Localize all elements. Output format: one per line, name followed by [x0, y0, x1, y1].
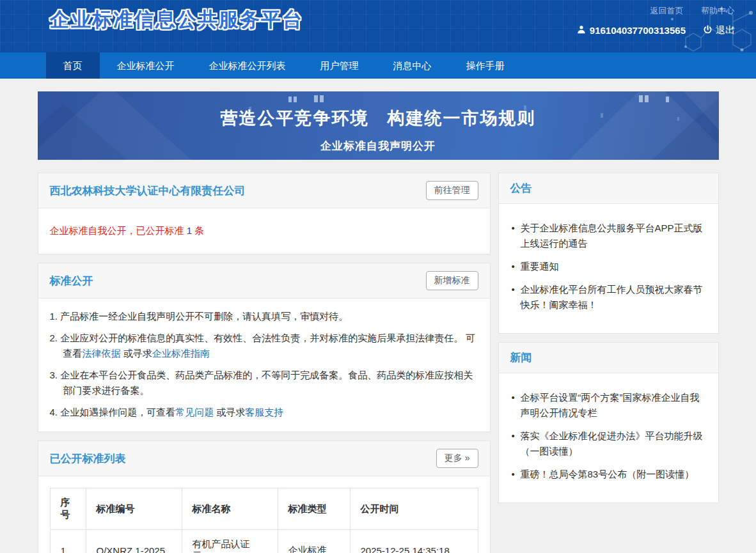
power-icon	[703, 25, 713, 36]
notice-text: 3. 企业在本平台公开食品类、药品类产品标准的，不等同于完成备案。食品、药品类的…	[50, 370, 473, 396]
news-body: 企标平台设置“两个方案”国家标准企业自我声明公开情况专栏落实《企业标准化促进办法…	[499, 373, 718, 502]
left-column: 西北农林科技大学认证中心有限责任公司 前往管理 企业标准自我公开，已公开标准 1…	[38, 173, 491, 553]
announcements-title: 公告	[510, 181, 532, 196]
news-list: 企标平台设置“两个方案”国家标准企业自我声明公开情况专栏落实《企业标准化促进办法…	[510, 390, 707, 482]
nav-item-3[interactable]: 企业标准公开列表	[192, 52, 303, 79]
notice-2: 2. 企业应对公开的标准信息的真实性、有效性、合法性负责，并对标准的实施后果承担…	[50, 331, 478, 361]
legal-basis-link[interactable]: 法律依据	[83, 348, 121, 359]
user-icon	[577, 25, 586, 36]
back-home-link[interactable]: 返回首页	[650, 6, 683, 15]
disclosure-title: 标准公开	[50, 274, 93, 288]
disclosure-card-header: 标准公开 新增标准	[38, 263, 490, 299]
table-header-cell: 标准类型	[278, 488, 350, 530]
table-row[interactable]: 1Q/XNRZ 1-2025有机产品认证示...企业标准2025-12-25 1…	[50, 530, 478, 553]
disclosure-notices: 1. 产品标准一经企业自我声明公开不可删除，请认真填写，审慎对待。2. 企业应对…	[38, 299, 490, 432]
main-nav: 首页企业标准公开企业标准公开列表用户管理消息中心操作手册	[0, 52, 756, 79]
more-button[interactable]: 更多 »	[436, 449, 478, 468]
add-standard-button[interactable]: 新增标准	[426, 271, 478, 290]
logout-button[interactable]: 退出	[700, 24, 735, 36]
announcement-item-3[interactable]: 企业标准化平台所有工作人员预祝大家春节快乐！阖家幸福！	[510, 282, 707, 313]
news-card: 新闻 企标平台设置“两个方案”国家标准企业自我声明公开情况专栏落实《企业标准化促…	[498, 342, 719, 503]
page: 企业标准信息公共服务平台 返回首页 帮助中心 91610403770031356…	[0, 0, 756, 553]
standard-disclosure-card: 标准公开 新增标准 1. 产品标准一经企业自我声明公开不可删除，请认真填写，审慎…	[38, 263, 491, 432]
notice-text: 或寻求	[121, 348, 152, 359]
table-header-cell: 公开时间	[350, 488, 478, 530]
company-status: 企业标准自我公开，已公开标准 1 条	[38, 208, 490, 254]
banner-title: 营造公平竞争环境 构建统一市场规则	[38, 91, 719, 130]
table-cell: 1	[50, 530, 86, 553]
platform-logo: 企业标准信息公共服务平台	[50, 6, 303, 33]
news-item-1[interactable]: 企标平台设置“两个方案”国家标准企业自我声明公开情况专栏	[510, 390, 707, 421]
standards-table: 序号标准编号标准名称标准类型公开时间 1Q/XNRZ 1-2025有机产品认证示…	[50, 488, 478, 553]
news-item-3[interactable]: 重磅！总局令第83号公布（附一图读懂）	[510, 467, 707, 482]
news-item-2[interactable]: 落实《企业标准化促进办法》平台功能升级（一图读懂）	[510, 428, 707, 459]
user-id: 916104037700313565	[590, 25, 686, 36]
announcements-list: 关于企业标准信息公共服务平台APP正式版上线运行的通告重要通知企业标准化平台所有…	[510, 221, 707, 313]
notice-1: 1. 产品标准一经企业自我声明公开不可删除，请认真填写，审慎对待。	[50, 309, 478, 324]
top-header: 企业标准信息公共服务平台 返回首页 帮助中心 91610403770031356…	[0, 0, 756, 52]
published-title: 已公开标准列表	[50, 451, 126, 466]
top-links: 返回首页 帮助中心	[634, 5, 734, 17]
banner-subtitle: 企业标准自我声明公开	[38, 139, 719, 153]
table-header-cell: 序号	[50, 488, 86, 530]
published-standards-card: 已公开标准列表 更多 » 序号标准编号标准名称标准类型公开时间 1Q/XNRZ …	[38, 440, 491, 553]
company-card: 西北农林科技大学认证中心有限责任公司 前往管理 企业标准自我公开，已公开标准 1…	[38, 173, 491, 254]
status-text: 企业标准自我公开，已公开标准	[50, 225, 187, 236]
logout-label: 退出	[716, 24, 735, 36]
nav-item-6[interactable]: 操作手册	[449, 52, 522, 79]
hero-banner: 营造公平竞争环境 构建统一市场规则 企业标准自我声明公开	[38, 91, 719, 160]
right-column: 公告 关于企业标准信息公共服务平台APP正式版上线运行的通告重要通知企业标准化平…	[498, 173, 719, 503]
company-card-header: 西北农林科技大学认证中心有限责任公司 前往管理	[38, 173, 490, 208]
notice-4: 4. 企业如遇操作问题，可查看常见问题 或寻求客服支持	[50, 405, 478, 420]
published-table-wrap: 序号标准编号标准名称标准类型公开时间 1Q/XNRZ 1-2025有机产品认证示…	[38, 476, 490, 553]
table-cell: 企业标准	[278, 530, 350, 553]
table-body: 1Q/XNRZ 1-2025有机产品认证示...企业标准2025-12-25 1…	[50, 530, 478, 553]
announcement-item-2[interactable]: 重要通知	[510, 259, 707, 274]
announcements-card: 公告 关于企业标准信息公共服务平台APP正式版上线运行的通告重要通知企业标准化平…	[498, 173, 719, 334]
notice-3: 3. 企业在本平台公开食品类、药品类产品标准的，不等同于完成备案。食品、药品类的…	[50, 368, 478, 398]
notice-text: 4. 企业如遇操作问题，可查看	[50, 407, 176, 417]
user-row: 916104037700313565 退出	[577, 24, 735, 36]
table-cell: Q/XNRZ 1-2025	[86, 530, 182, 553]
table-header-cell: 标准名称	[182, 488, 278, 530]
announcement-item-1[interactable]: 关于企业标准信息公共服务平台APP正式版上线运行的通告	[510, 221, 707, 251]
nav-item-1[interactable]: 首页	[46, 52, 100, 79]
nav-item-5[interactable]: 消息中心	[376, 52, 449, 79]
help-center-link[interactable]: 帮助中心	[701, 6, 734, 15]
nav-item-4[interactable]: 用户管理	[303, 52, 376, 79]
table-header-row: 序号标准编号标准名称标准类型公开时间	[50, 488, 478, 530]
news-title: 新闻	[510, 350, 532, 365]
table-cell: 有机产品认证示...	[182, 530, 278, 553]
published-count[interactable]: 1	[187, 225, 192, 236]
news-header: 新闻	[499, 343, 718, 373]
table-cell: 2025-12-25 14:35:18	[350, 530, 478, 553]
enterprise-standard-guide-link[interactable]: 企业标准指南	[152, 348, 210, 359]
notice-text: 或寻求	[214, 407, 245, 417]
faq-link[interactable]: 常见问题	[175, 407, 214, 417]
published-card-header: 已公开标准列表 更多 »	[38, 441, 490, 476]
announcements-header: 公告	[499, 173, 718, 204]
company-name: 西北农林科技大学认证中心有限责任公司	[50, 183, 246, 198]
customer-support-link[interactable]: 客服支持	[245, 407, 283, 417]
go-manage-button[interactable]: 前往管理	[426, 181, 478, 200]
status-text: 条	[192, 225, 204, 236]
content-columns: 西北农林科技大学认证中心有限责任公司 前往管理 企业标准自我公开，已公开标准 1…	[38, 173, 719, 553]
notice-text: 1. 产品标准一经企业自我声明公开不可删除，请认真填写，审慎对待。	[50, 311, 349, 322]
announcements-body: 关于企业标准信息公共服务平台APP正式版上线运行的通告重要通知企业标准化平台所有…	[499, 204, 718, 333]
nav-item-2[interactable]: 企业标准公开	[100, 52, 192, 79]
table-header-cell: 标准编号	[86, 488, 182, 530]
main-nav-list: 首页企业标准公开企业标准公开列表用户管理消息中心操作手册	[38, 52, 719, 79]
